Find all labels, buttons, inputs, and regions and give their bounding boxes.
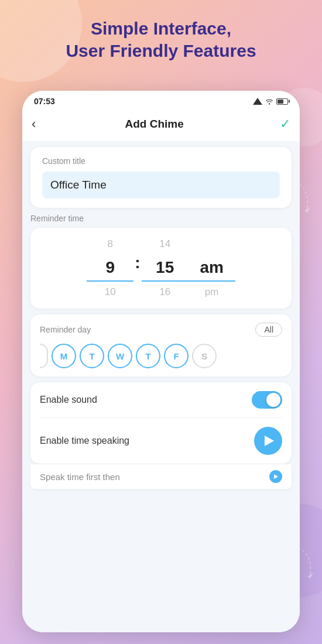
ampm-below: pm (205, 282, 219, 303)
toggle-section: Enable sound Enable time speaking (30, 382, 292, 464)
signal-icon (253, 98, 262, 105)
reminder-day-label: Reminder day (40, 325, 91, 334)
header-line1: Simple Interface, (91, 19, 231, 38)
time-picker: 8 9 10 : 14 15 16 am pm (36, 234, 286, 303)
day-friday[interactable]: F (164, 344, 189, 368)
phone-frame: 07:53 ‹ Add Chime ✓ Custom title (22, 91, 300, 632)
day-wednesday[interactable]: W (108, 344, 132, 368)
status-bar: 07:53 (22, 91, 300, 109)
day-section: Reminder day All M T W T F S (30, 314, 292, 376)
minute-above: 14 (159, 234, 170, 255)
minute-below: 16 (159, 282, 170, 303)
day-header: Reminder day All (40, 323, 282, 337)
ampm-column: am pm (189, 234, 235, 303)
minute-column: 14 15 16 (142, 234, 189, 303)
wifi-icon (265, 98, 273, 105)
time-colon: : (133, 254, 141, 272)
reminder-time-label: Reminder time (30, 214, 292, 223)
phone-content: Custom title Reminder time 8 9 10 : 14 1… (22, 141, 300, 632)
day-monday[interactable]: M (52, 344, 76, 368)
battery-icon (276, 98, 288, 105)
day-tuesday[interactable]: T (80, 344, 104, 368)
custom-title-label: Custom title (42, 156, 280, 166)
speak-indicator-icon (274, 474, 278, 479)
toggle-knob (266, 393, 280, 407)
app-bar: ‹ Add Chime ✓ (22, 109, 300, 141)
save-button[interactable]: ✓ (280, 117, 290, 132)
play-icon (265, 436, 274, 446)
ampm-main[interactable]: am (189, 255, 235, 282)
svg-marker-2 (253, 98, 262, 105)
hour-below: 10 (105, 282, 116, 303)
enable-sound-label: Enable sound (40, 395, 97, 405)
speak-time-row: Speak time first then (30, 464, 292, 489)
custom-title-input[interactable] (42, 172, 280, 198)
back-button[interactable]: ‹ (32, 114, 40, 134)
hour-column: 8 9 10 (87, 234, 133, 303)
play-button[interactable] (254, 427, 282, 455)
app-title: Add Chime (40, 118, 268, 131)
speak-time-label: Speak time first then (40, 472, 120, 482)
day-saturday[interactable]: S (192, 344, 217, 368)
minute-main[interactable]: 15 (142, 255, 189, 282)
status-time: 07:53 (34, 97, 55, 106)
status-icons (253, 98, 288, 105)
all-days-button[interactable]: All (255, 323, 282, 337)
enable-speaking-row: Enable time speaking (40, 418, 282, 464)
day-buttons: M T W T F S (40, 344, 282, 368)
enable-sound-row: Enable sound (40, 382, 282, 418)
enable-sound-toggle[interactable] (252, 391, 282, 409)
speak-time-indicator (269, 470, 282, 483)
day-overflow-left (40, 344, 48, 368)
day-thursday[interactable]: T (136, 344, 160, 368)
hour-above: 8 (108, 234, 113, 255)
hour-main[interactable]: 9 (87, 255, 133, 282)
header-line2: User Friendly Features (66, 41, 256, 60)
enable-speaking-label: Enable time speaking (40, 436, 129, 446)
header-text: Simple Interface, User Friendly Features (0, 18, 322, 61)
custom-title-card: Custom title (30, 147, 292, 208)
time-picker-card: 8 9 10 : 14 15 16 am pm (30, 228, 292, 309)
